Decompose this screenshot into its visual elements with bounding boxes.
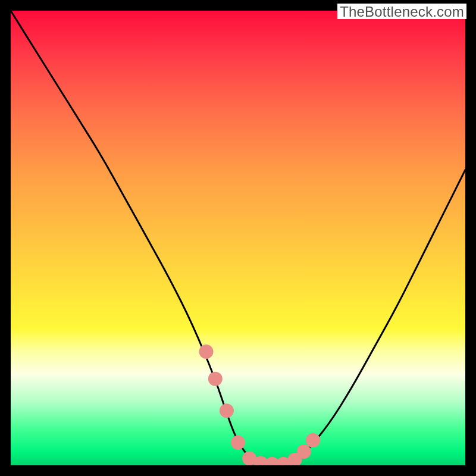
marker-dot [208, 372, 223, 386]
curve-markers [199, 345, 321, 465]
marker-dot [306, 433, 320, 447]
curve-line-group [11, 11, 465, 465]
chart-frame: TheBottleneck.com [0, 0, 476, 476]
chart-svg [11, 11, 465, 465]
marker-dot [199, 345, 214, 359]
marker-dot [220, 403, 234, 418]
watermark-text: TheBottleneck.com [337, 4, 466, 19]
marker-dot [231, 436, 245, 450]
curve-line [11, 11, 465, 465]
marker-dot [297, 444, 311, 459]
